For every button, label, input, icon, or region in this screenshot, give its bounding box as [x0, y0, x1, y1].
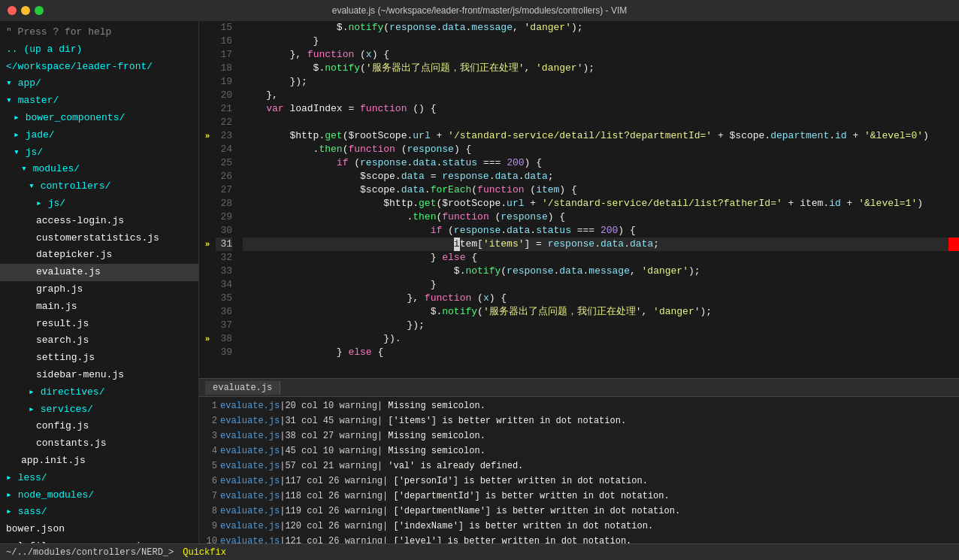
bottom-tab-bar: evaluate.js	[199, 379, 959, 397]
fold-arrow-23: »	[199, 129, 216, 143]
sidebar-item-master[interactable]: ▾ master/	[0, 92, 198, 110]
sidebar-item-customerstatistics[interactable]: customerstatistics.js	[0, 230, 198, 247]
close-button[interactable]	[8, 6, 17, 15]
sidebar-item-bower-json[interactable]: bower.json	[0, 521, 198, 538]
error-panel: 1 evaluate.js |20 col 10 warning| Missin…	[199, 397, 959, 543]
error-loc-1: |20 col 10 warning|	[280, 401, 383, 411]
status-mode: Quickfix	[183, 547, 226, 558]
sidebar-item-app[interactable]: ▾ app/	[0, 75, 198, 92]
sidebar-item-evaluate[interactable]: evaluate.js	[0, 264, 198, 281]
sidebar-item-main[interactable]: main.js	[0, 298, 198, 316]
error-file-10: evaluate.js	[220, 536, 280, 543]
editor-area: » » » 15 16	[199, 21, 959, 543]
code-line-22	[243, 116, 959, 129]
error-num-2: 2	[205, 416, 217, 426]
error-num-7: 7	[205, 491, 217, 501]
sidebar-help: " Press ? for help	[0, 24, 198, 41]
code-line-18: $.notify('服务器出了点问题，我们正在处理', 'danger');	[243, 62, 959, 75]
code-line-16: }	[243, 35, 959, 48]
code-line-23: $http.get($rootScope.url + '/standard-se…	[243, 129, 959, 143]
status-bar: ~/../modules/controllers/NERD_> Quickfix	[0, 543, 959, 560]
main-container: " Press ? for help .. (up a dir) </works…	[0, 21, 959, 543]
error-msg-3: Missing semicolon.	[383, 431, 486, 441]
error-file-7: evaluate.js	[220, 491, 280, 501]
error-num-10: 10	[205, 536, 217, 543]
code-line-19: });	[243, 75, 959, 89]
error-loc-8: |119 col 26 warning|	[280, 506, 388, 516]
sidebar-item-directives[interactable]: ▸ directives/	[0, 384, 198, 401]
sidebar-root-path[interactable]: </workspace/leader-front/	[0, 59, 198, 76]
sidebar-item-services[interactable]: ▸ services/	[0, 401, 198, 419]
error-loc-2: |31 col 45 warning|	[280, 416, 383, 426]
sidebar-item-node-modules[interactable]: ▸ node_modules/	[0, 487, 198, 504]
window-title: evaluate.js (~/workspace/leader-front/ma…	[332, 5, 627, 16]
sidebar-item-config[interactable]: config.js	[0, 418, 198, 435]
sidebar-item-access-login[interactable]: access-login.js	[0, 213, 198, 230]
error-file-1: evaluate.js	[220, 401, 280, 411]
sidebar-item-setting[interactable]: setting.js	[0, 350, 198, 367]
fold-arrow-31: »	[199, 238, 216, 251]
sidebar-item-constants[interactable]: constants.js	[0, 435, 198, 453]
error-loc-6: |117 col 26 warning|	[280, 476, 388, 486]
error-num-4: 4	[205, 446, 217, 456]
sidebar-item-result[interactable]: result.js	[0, 316, 198, 333]
error-line-2: 2 evaluate.js |31 col 45 warning| ['item…	[199, 413, 959, 428]
code-line-35: }, function (x) {	[243, 292, 959, 305]
error-line-1: 1 evaluate.js |20 col 10 warning| Missin…	[199, 398, 959, 413]
code-line-24: .then(function (response) {	[243, 143, 959, 156]
code-line-36: $.notify('服务器出了点问题，我们正在处理', 'danger');	[243, 305, 959, 319]
code-line-20: },	[243, 89, 959, 102]
sidebar-item-sass[interactable]: ▸ sass/	[0, 504, 198, 521]
error-loc-9: |120 col 26 warning|	[280, 521, 388, 531]
code-line-25: if (response.data.status === 200) {	[243, 156, 959, 170]
error-line-5: 5 evaluate.js |57 col 21 warning| 'val' …	[199, 459, 959, 474]
sidebar-item-datepicker[interactable]: datepicker.js	[0, 247, 198, 264]
error-line-10: 10 evaluate.js |121 col 26 warning| ['le…	[199, 534, 959, 543]
minimize-button[interactable]	[21, 6, 30, 15]
code-line-21: var loadIndex = function () {	[243, 102, 959, 116]
error-msg-6: ['personId'] is better written in dot no…	[388, 476, 648, 486]
sidebar-item-graph[interactable]: graph.js	[0, 281, 198, 298]
error-line-3: 3 evaluate.js |38 col 27 warning| Missin…	[199, 428, 959, 443]
error-line-4: 4 evaluate.js |45 col 10 warning| Missin…	[199, 443, 959, 459]
error-msg-5: 'val' is already defined.	[383, 461, 523, 471]
error-loc-10: |121 col 26 warning|	[280, 536, 388, 543]
maximize-button[interactable]	[35, 6, 44, 15]
status-path: ~/../modules/controllers/NERD_>	[6, 547, 174, 558]
code-line-31: item['items'] = response.data.data;	[243, 238, 959, 251]
code-line-33: $.notify(response.data.message, 'danger'…	[243, 265, 959, 278]
sidebar-item-less[interactable]: ▸ less/	[0, 470, 198, 487]
error-file-4: evaluate.js	[220, 446, 280, 456]
error-num-6: 6	[205, 476, 217, 486]
sidebar-item-js2[interactable]: ▸ js/	[0, 195, 198, 213]
sidebar-item-js[interactable]: ▾ js/	[0, 144, 198, 162]
title-bar: evaluate.js (~/workspace/leader-front/ma…	[0, 0, 959, 21]
code-line-39: } else {	[243, 346, 959, 359]
sidebar-up-dir[interactable]: .. (up a dir)	[0, 41, 198, 59]
error-file-2: evaluate.js	[220, 416, 280, 426]
code-line-17: }, function (x) {	[243, 48, 959, 62]
sidebar-item-controllers[interactable]: ▾ controllers/	[0, 178, 198, 195]
sidebar-item-sidebar-menu[interactable]: sidebar-menu.js	[0, 367, 198, 384]
code-view: » » » 15 16	[199, 21, 959, 378]
error-line-9: 9 evaluate.js |120 col 26 warning| ['ind…	[199, 519, 959, 534]
sidebar-item-search[interactable]: search.js	[0, 332, 198, 350]
code-line-30: if (response.data.status === 200) {	[243, 224, 959, 238]
error-num-8: 8	[205, 506, 217, 516]
traffic-lights	[8, 6, 44, 15]
red-block	[948, 238, 959, 251]
sidebar-item-jade[interactable]: ▸ jade/	[0, 127, 198, 144]
sidebar-item-gulpfile-sass[interactable]: gulpfile-sass-compass.js	[0, 538, 198, 543]
code-line-26: $scope.data = response.data.data;	[243, 170, 959, 183]
error-line-7: 7 evaluate.js |118 col 26 warning| ['dep…	[199, 489, 959, 504]
sidebar-item-app-init[interactable]: app.init.js	[0, 453, 198, 470]
code-content[interactable]: $.notify(response.data.message, 'danger'…	[237, 21, 959, 378]
error-file-6: evaluate.js	[220, 476, 280, 486]
bottom-tab-evaluate[interactable]: evaluate.js	[205, 381, 280, 395]
error-msg-9: ['indexName'] is better written in dot n…	[388, 521, 653, 531]
error-num-5: 5	[205, 461, 217, 471]
sidebar-item-bower[interactable]: ▸ bower_components/	[0, 110, 198, 127]
error-msg-8: ['departmentName'] is better written in …	[388, 506, 680, 516]
error-msg-2: ['items'] is better written in dot notat…	[383, 416, 626, 426]
sidebar-item-modules[interactable]: ▾ modules/	[0, 161, 198, 178]
